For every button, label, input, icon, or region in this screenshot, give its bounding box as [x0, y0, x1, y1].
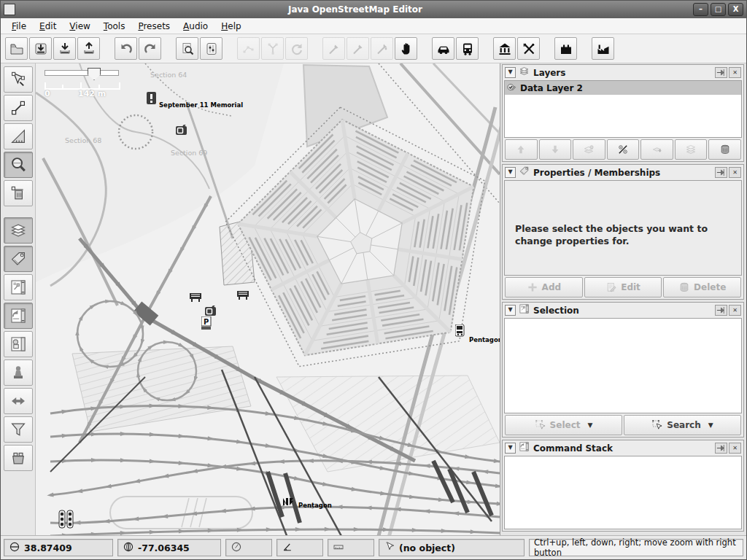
- sticky-pin-icon[interactable]: [715, 443, 727, 454]
- select-button[interactable]: Select▼: [505, 415, 622, 435]
- collapse-icon[interactable]: ▼: [505, 305, 516, 316]
- command-stack-panel-title: Command Stack: [533, 443, 713, 454]
- rellist: [9, 335, 27, 353]
- tv-icon[interactable]: [176, 125, 187, 139]
- close-icon[interactable]: ✕: [729, 167, 741, 178]
- layer-merge-button: [573, 139, 605, 160]
- menu-view[interactable]: View: [63, 20, 96, 33]
- bus-stop-icon[interactable]: [455, 324, 465, 340]
- traffic-signals-icon[interactable]: [58, 510, 74, 532]
- close-button[interactable]: X: [728, 3, 743, 16]
- axe2: [375, 42, 390, 56]
- bench-icon[interactable]: [237, 289, 249, 303]
- bench-icon[interactable]: [190, 291, 202, 305]
- menu-help[interactable]: Help: [214, 20, 247, 33]
- pan-hand-button[interactable]: [395, 37, 417, 60]
- upload-data-button[interactable]: [77, 37, 100, 60]
- layer-download-button: [640, 139, 673, 160]
- split-way-button: [261, 37, 284, 60]
- draw-way-tool-button[interactable]: [4, 95, 33, 121]
- properties-panel-icon: [519, 166, 530, 179]
- pin: [716, 67, 727, 78]
- ruler-icon: [333, 541, 348, 555]
- menu-tools[interactable]: Tools: [97, 20, 132, 33]
- ruler: [333, 541, 344, 553]
- redo: [143, 42, 158, 56]
- close-icon[interactable]: ✕: [729, 443, 741, 454]
- command-stack-list[interactable]: [504, 456, 742, 529]
- sticky-pin-icon[interactable]: [715, 67, 727, 78]
- latitude-field[interactable]: 38.87409: [4, 539, 113, 556]
- open-file-button[interactable]: [5, 37, 28, 60]
- changesets-toggle-button[interactable]: [4, 445, 33, 471]
- minimize-button[interactable]: –: [693, 3, 708, 16]
- chevron-down-icon: ▼: [708, 421, 713, 429]
- layer-visibility-button[interactable]: [607, 139, 640, 160]
- eyeslash: [617, 144, 629, 155]
- measure: [9, 128, 27, 145]
- cursor: [384, 541, 395, 553]
- select-tool-button[interactable]: [4, 66, 33, 93]
- conflict: [9, 392, 27, 410]
- station-icon[interactable]: [282, 494, 294, 508]
- delete-tool-button[interactable]: [4, 180, 33, 206]
- zoomtool: [9, 156, 27, 174]
- collapse-icon[interactable]: ▼: [505, 443, 516, 454]
- download-data-button[interactable]: [53, 37, 76, 60]
- sticky-pin-icon[interactable]: [715, 305, 727, 316]
- menu-presets[interactable]: Presets: [131, 20, 177, 33]
- zoom-slider[interactable]: [44, 70, 119, 76]
- lat: [9, 541, 20, 553]
- restaurant-preset-button[interactable]: [517, 37, 540, 60]
- properties-toggle-button[interactable]: [4, 246, 33, 272]
- conflicts-toggle-button[interactable]: [4, 388, 33, 414]
- layers-toggle-button[interactable]: [4, 217, 33, 244]
- search-doc: [180, 42, 195, 56]
- status-bar: 38.87409 -77.06345 (no object) Ctrl+up, …: [1, 535, 746, 559]
- refresh: [290, 42, 304, 56]
- layer-row[interactable]: Data Layer 2: [505, 81, 741, 95]
- layer-down-button: [539, 139, 572, 160]
- download-along-button[interactable]: [29, 37, 52, 60]
- close-icon[interactable]: ✕: [729, 305, 741, 316]
- redo-button[interactable]: [139, 37, 161, 60]
- zoom-tool-button[interactable]: [4, 152, 33, 178]
- command-stack-toggle-button[interactable]: [4, 303, 33, 329]
- title-bar[interactable]: Java OpenStreetMap Editor –□X: [1, 1, 746, 18]
- longitude-field[interactable]: -77.06345: [117, 539, 221, 556]
- selection-toggle-button[interactable]: [4, 274, 33, 300]
- collapse-icon[interactable]: ▼: [505, 167, 516, 178]
- search-selection-button[interactable]: Search▼: [624, 415, 741, 435]
- filter-toggle-button[interactable]: [4, 416, 33, 443]
- map-canvas[interactable]: Section 64Section 68Section 69September …: [36, 63, 500, 535]
- preferences-button[interactable]: [200, 37, 222, 60]
- authors-toggle-button[interactable]: [4, 359, 33, 386]
- clock: [231, 541, 242, 553]
- undo-button[interactable]: [115, 37, 137, 60]
- warning-icon[interactable]: [147, 92, 157, 108]
- relations-toggle-button[interactable]: [4, 331, 33, 357]
- layers-list[interactable]: Data Layer 2: [504, 80, 742, 138]
- car-preset-button[interactable]: [432, 37, 454, 60]
- select: [9, 71, 27, 88]
- measure-tool-button[interactable]: [4, 123, 33, 149]
- bus-preset-button[interactable]: [456, 37, 479, 60]
- close-icon[interactable]: ✕: [729, 67, 741, 78]
- factory-preset-button[interactable]: [592, 37, 614, 60]
- castle-preset-button[interactable]: [554, 37, 577, 60]
- layers-panel-icon: [519, 66, 530, 79]
- menu-edit[interactable]: Edit: [33, 20, 63, 33]
- maximize-button[interactable]: □: [711, 3, 726, 16]
- selection-list[interactable]: [504, 318, 742, 413]
- monument-preset-button[interactable]: [493, 37, 516, 60]
- dialog-panels: ▼ Layers ✕ Data Layer 2 ▼: [500, 63, 746, 535]
- search-button[interactable]: [176, 37, 198, 60]
- latitude-icon: [9, 541, 24, 555]
- layer-delete-button[interactable]: [708, 139, 741, 160]
- selection-panel: ▼ Selection ✕ Select▼Search▼: [502, 302, 744, 438]
- parking-icon[interactable]: P: [201, 316, 212, 333]
- menu-file[interactable]: File: [5, 20, 33, 33]
- menu-audio[interactable]: Audio: [177, 20, 214, 33]
- collapse-icon[interactable]: ▼: [505, 67, 516, 78]
- sticky-pin-icon[interactable]: [715, 167, 727, 178]
